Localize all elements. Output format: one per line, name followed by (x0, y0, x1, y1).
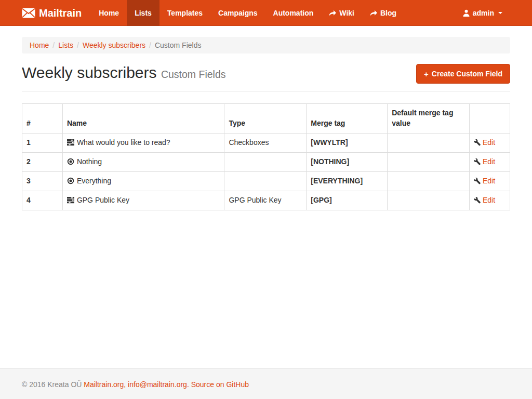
field-name: Everything (77, 177, 111, 185)
nav-link-blog[interactable]: Blog (362, 0, 404, 26)
field-name-cell: What would you like to read? (62, 133, 224, 152)
main-content: Home / Lists / Weekly subscribers / Cust… (14, 26, 518, 368)
main-nav: Home Lists Templates Campaigns Automatio… (91, 0, 404, 26)
plus-icon: + (424, 70, 429, 78)
breadcrumb-link-list-name[interactable]: Weekly subscribers (83, 41, 145, 49)
table-row: 3Everything[EVERYTHING]Edit (22, 171, 510, 191)
nav-item-templates: Templates (159, 0, 210, 26)
table-row: 4GPG Public KeyGPG Public Key[GPG]Edit (22, 191, 510, 210)
breadcrumb-separator: / (73, 41, 83, 49)
breadcrumb-item-home: Home (30, 41, 49, 49)
page-subtitle: Custom Fields (161, 69, 226, 80)
column-header-actions (469, 104, 510, 134)
footer-link-email[interactable]: info@mailtrain.org (128, 380, 187, 389)
footer-separator: . (187, 380, 191, 389)
footer-link-mailtrain[interactable]: Mailtrain.org (84, 380, 124, 389)
edit-cell: Edit (469, 133, 510, 152)
field-name: Nothing (77, 157, 102, 166)
column-header-merge-tag: Merge tag (307, 104, 388, 134)
merge-tag-cell: [EVERYTHING] (307, 171, 388, 191)
nav-link-home[interactable]: Home (91, 0, 127, 26)
field-type-cell (224, 171, 307, 191)
default-merge-tag-value-cell (388, 152, 470, 171)
edit-link[interactable]: Edit (474, 138, 495, 147)
row-index: 2 (22, 152, 63, 171)
nav-label: Blog (380, 9, 396, 17)
wrench-icon (474, 158, 481, 165)
custom-fields-table: # Name Type Merge tag Default merge tag … (22, 103, 510, 210)
nav-label: Automation (273, 9, 314, 17)
column-header-type: Type (224, 104, 307, 134)
edit-link[interactable]: Edit (474, 177, 495, 185)
brand-label: Mailtrain (39, 7, 82, 19)
tasks-icon (67, 196, 74, 204)
user-menu-toggle[interactable]: admin (455, 0, 510, 26)
breadcrumb-link-lists[interactable]: Lists (58, 41, 73, 49)
nav-item-wiki: Wiki (321, 0, 362, 26)
breadcrumb: Home / Lists / Weekly subscribers / Cust… (22, 37, 510, 54)
column-header-index: # (22, 104, 63, 134)
edit-link[interactable]: Edit (474, 196, 495, 204)
nav-link-automation[interactable]: Automation (265, 0, 322, 26)
default-merge-tag-value-cell (388, 191, 470, 210)
page-footer: © 2016 Kreata OÜ Mailtrain.org, info@mai… (0, 368, 532, 399)
nav-item-blog: Blog (362, 0, 404, 26)
user-icon (462, 9, 470, 17)
nav-link-campaigns[interactable]: Campaigns (210, 0, 265, 26)
copyright-text: © 2016 Kreata OÜ (22, 380, 82, 389)
field-name: GPG Public Key (77, 196, 129, 204)
tasks-icon (67, 139, 74, 146)
edit-label: Edit (483, 177, 495, 185)
breadcrumb-separator: / (145, 41, 155, 49)
edit-label: Edit (483, 196, 495, 204)
nav-item-campaigns: Campaigns (210, 0, 265, 26)
breadcrumb-current: Custom Fields (155, 41, 201, 49)
envelope-icon (22, 8, 35, 18)
field-name: What would you like to read? (77, 138, 170, 147)
brand-logo[interactable]: Mailtrain (22, 0, 91, 26)
table-header-row: # Name Type Merge tag Default merge tag … (22, 104, 510, 134)
merge-tag-cell: [NOTHING] (307, 152, 388, 171)
default-merge-tag-value-cell (388, 171, 470, 191)
share-alt-icon (329, 10, 336, 17)
title-divider (22, 91, 510, 92)
field-type-cell (224, 152, 307, 171)
nav-item-home: Home (91, 0, 127, 26)
caret-down-icon (498, 12, 502, 14)
column-header-name: Name (62, 104, 224, 134)
breadcrumb-separator: / (49, 41, 58, 49)
field-name-cell: GPG Public Key (62, 191, 224, 210)
wrench-icon (474, 139, 481, 146)
field-name-cell: Everything (62, 171, 224, 191)
breadcrumb-item-list-name: Weekly subscribers (83, 41, 145, 49)
nav-label: Campaigns (218, 9, 257, 17)
field-type-cell: GPG Public Key (224, 191, 307, 210)
wrench-icon (474, 178, 481, 184)
footer-separator: , (124, 380, 128, 389)
edit-cell: Edit (469, 152, 510, 171)
edit-cell: Edit (469, 171, 510, 191)
table-row: 1What would you like to read?Checkboxes[… (22, 133, 510, 152)
top-navbar: Mailtrain Home Lists Templates Campaigns… (0, 0, 532, 26)
field-name-cell: Nothing (62, 152, 224, 171)
nav-link-lists[interactable]: Lists (127, 0, 159, 26)
footer-link-github[interactable]: Source on GitHub (191, 380, 249, 389)
nav-label: Templates (167, 9, 203, 17)
breadcrumb-link-home[interactable]: Home (30, 41, 49, 49)
wrench-icon (474, 197, 481, 204)
table-body: 1What would you like to read?Checkboxes[… (22, 133, 510, 210)
default-merge-tag-value-cell (388, 133, 470, 152)
edit-label: Edit (483, 157, 495, 166)
edit-link[interactable]: Edit (474, 157, 495, 166)
nav-link-templates[interactable]: Templates (159, 0, 210, 26)
breadcrumb-item-lists: Lists (58, 41, 73, 49)
row-index: 3 (22, 171, 63, 191)
edit-label: Edit (483, 138, 495, 147)
row-index: 1 (22, 133, 63, 152)
nav-label: Wiki (339, 9, 354, 17)
merge-tag-cell: [GPG] (307, 191, 388, 210)
nav-item-automation: Automation (265, 0, 322, 26)
create-custom-field-button[interactable]: + Create Custom Field (416, 64, 510, 84)
nav-link-wiki[interactable]: Wiki (321, 0, 362, 26)
nav-label: Home (99, 9, 119, 17)
